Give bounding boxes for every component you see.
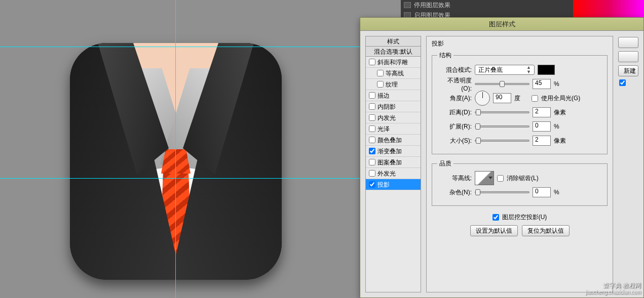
- opacity-input[interactable]: 45: [533, 79, 551, 89]
- style-color-overlay[interactable]: 颜色叠加: [366, 135, 421, 146]
- style-gradient-overlay[interactable]: 渐变叠加: [366, 146, 421, 157]
- cancel-button[interactable]: [618, 51, 638, 62]
- noise-input[interactable]: 0: [533, 187, 551, 197]
- style-inner-shadow[interactable]: 内阴影: [366, 101, 421, 112]
- disable-layer-fx[interactable]: 停用图层效果: [414, 1, 450, 10]
- distance-label: 距离(D):: [437, 108, 472, 117]
- angle-label: 角度(A):: [437, 94, 472, 103]
- layer-style-dialog: 图层样式 样式 混合选项:默认 斜面和浮雕 等高线 纹理 描边 内阴影 内发光 …: [360, 17, 644, 298]
- structure-group: 结构 混合模式: 正片叠底 ▲▼ 不透明度(O): 45 %: [432, 51, 608, 154]
- spread-unit: %: [554, 123, 568, 130]
- spread-slider[interactable]: [475, 125, 529, 127]
- contour-label: 等高线:: [437, 174, 472, 183]
- checkbox[interactable]: [369, 181, 375, 188]
- style-bevel-emboss[interactable]: 斜面和浮雕: [366, 57, 421, 68]
- layer-fx-icon: [404, 2, 411, 8]
- dialog-right-buttons: 新建: [618, 36, 638, 292]
- drop-shadow-settings: 投影 结构 混合模式: 正片叠底 ▲▼ 不透明度(O): 45: [426, 36, 613, 292]
- angle-unit: 度: [514, 94, 528, 103]
- angle-input[interactable]: 90: [493, 93, 511, 103]
- style-stroke[interactable]: 描边: [366, 90, 421, 101]
- distance-input[interactable]: 2: [533, 107, 551, 117]
- blending-options-default[interactable]: 混合选项:默认: [366, 47, 421, 57]
- angle-dial[interactable]: [475, 91, 490, 106]
- noise-slider[interactable]: [475, 191, 529, 193]
- checkbox[interactable]: [369, 170, 375, 177]
- set-default-button[interactable]: 设置为默认值: [470, 225, 518, 236]
- guide-horizontal[interactable]: [0, 47, 360, 47]
- knockout-label: 图层挖空投影(U): [502, 213, 547, 222]
- checkbox[interactable]: [369, 103, 375, 110]
- size-unit: 像素: [554, 137, 568, 145]
- preview-checkbox[interactable]: [619, 79, 626, 86]
- distance-unit: 像素: [554, 108, 568, 117]
- guide-horizontal[interactable]: [0, 178, 360, 179]
- contour-picker[interactable]: [475, 171, 494, 185]
- checkbox[interactable]: [369, 125, 375, 132]
- quality-legend: 品质: [437, 159, 453, 168]
- ok-button[interactable]: [618, 37, 638, 48]
- noise-label: 杂色(N):: [437, 188, 472, 197]
- checkbox[interactable]: [369, 159, 375, 165]
- distance-slider[interactable]: [475, 111, 529, 113]
- dialog-title: 图层样式: [360, 18, 643, 31]
- style-pattern-overlay[interactable]: 图案叠加: [366, 157, 421, 168]
- blend-mode-select[interactable]: 正片叠底 ▲▼: [475, 65, 535, 75]
- canvas-area[interactable]: [0, 0, 360, 298]
- style-satin[interactable]: 光泽: [366, 123, 421, 135]
- new-style-button[interactable]: 新建: [618, 65, 638, 76]
- global-light-checkbox[interactable]: [532, 95, 538, 102]
- dropdown-arrows-icon: ▲▼: [526, 65, 531, 74]
- color-picker-strip[interactable]: [573, 0, 644, 17]
- watermark: 查字典 教程网 jiaocheng.chazidian.com: [585, 282, 641, 296]
- size-label: 大小(S):: [437, 137, 472, 145]
- artwork-suit-icon: [70, 43, 282, 280]
- shadow-color-swatch[interactable]: [538, 65, 555, 75]
- style-drop-shadow[interactable]: 投影: [366, 179, 421, 190]
- knockout-checkbox[interactable]: [493, 214, 499, 221]
- blend-mode-label: 混合模式:: [437, 66, 472, 74]
- size-input[interactable]: 2: [533, 136, 551, 146]
- style-contour[interactable]: 等高线: [366, 68, 421, 79]
- spread-label: 扩展(R):: [437, 122, 472, 131]
- opacity-unit: %: [554, 80, 568, 88]
- quality-group: 品质 等高线: 消除锯齿(L) 杂色(N): 0 %: [432, 159, 608, 206]
- tie-knot: [161, 149, 191, 174]
- style-inner-glow[interactable]: 内发光: [366, 112, 421, 123]
- layers-panel-strip: 停用图层效果 启用图层效果: [401, 0, 644, 17]
- checkbox[interactable]: [369, 137, 375, 143]
- checkbox[interactable]: [377, 81, 384, 88]
- guide-vertical[interactable]: [175, 0, 176, 298]
- spread-input[interactable]: 0: [533, 121, 551, 132]
- checkbox[interactable]: [369, 59, 375, 65]
- styles-header[interactable]: 样式: [366, 36, 421, 47]
- antialias-checkbox[interactable]: [497, 175, 504, 182]
- size-slider[interactable]: [475, 140, 529, 142]
- checkbox[interactable]: [369, 114, 375, 121]
- opacity-slider[interactable]: [475, 83, 529, 85]
- checkbox[interactable]: [377, 70, 384, 76]
- checkbox[interactable]: [369, 148, 375, 154]
- style-outer-glow[interactable]: 外发光: [366, 168, 421, 179]
- reset-default-button[interactable]: 复位为默认值: [522, 225, 570, 236]
- style-texture[interactable]: 纹理: [366, 79, 421, 90]
- styles-list: 样式 混合选项:默认 斜面和浮雕 等高线 纹理 描边 内阴影 内发光 光泽 颜色…: [365, 36, 421, 292]
- antialias-label: 消除锯齿(L): [507, 174, 539, 183]
- structure-legend: 结构: [437, 51, 453, 60]
- section-title: 投影: [432, 39, 608, 48]
- checkbox[interactable]: [369, 92, 375, 99]
- noise-unit: %: [554, 189, 568, 196]
- opacity-label: 不透明度(O):: [437, 76, 472, 92]
- global-light-label: 使用全局光(G): [541, 94, 580, 103]
